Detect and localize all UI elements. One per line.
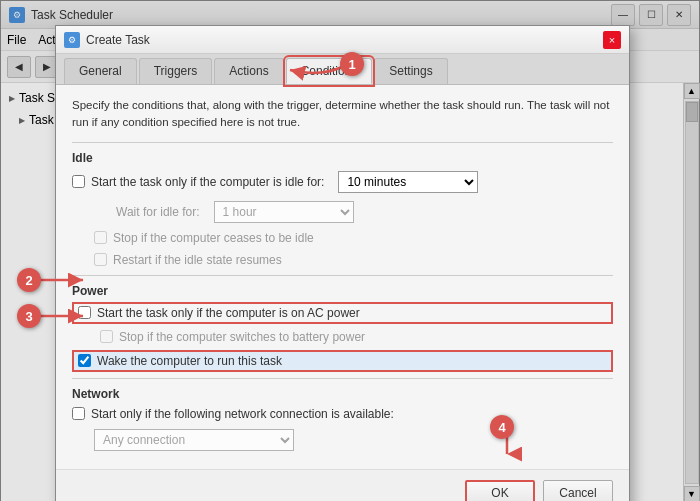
start-idle-label: Start the task only if the computer is i… [91, 175, 324, 189]
modal-title-text: Create Task [86, 33, 150, 47]
stop-ceases-checkbox[interactable] [94, 231, 107, 244]
cancel-button[interactable]: Cancel [543, 480, 613, 502]
ac-power-row: Start the task only if the computer is o… [72, 302, 613, 324]
ac-power-checkbox[interactable] [78, 306, 91, 319]
modal-close-button[interactable]: × [603, 31, 621, 49]
power-section-label: Power [72, 284, 613, 298]
divider-2 [72, 275, 613, 276]
restart-idle-checkbox[interactable] [94, 253, 107, 266]
idle-section-label: Idle [72, 151, 613, 165]
modal-titlebar: ⚙ Create Task × [56, 26, 629, 54]
tab-settings[interactable]: Settings [374, 58, 447, 84]
start-idle-row: Start the task only if the computer is i… [72, 169, 613, 195]
battery-label: Stop if the computer switches to battery… [119, 330, 365, 344]
modal-title-container: ⚙ Create Task [64, 32, 150, 48]
connection-select[interactable]: Any connection [94, 429, 294, 451]
battery-row: Stop if the computer switches to battery… [72, 328, 613, 346]
tab-actions[interactable]: Actions [214, 58, 283, 84]
battery-checkbox[interactable] [100, 330, 113, 343]
ok-button[interactable]: OK [465, 480, 535, 502]
divider-3 [72, 378, 613, 379]
idle-duration-select[interactable]: 10 minutes [338, 171, 478, 193]
network-checkbox[interactable] [72, 407, 85, 420]
annotation-2: 2 [17, 268, 41, 292]
wait-idle-label: Wait for idle for: [116, 205, 200, 219]
network-row: Start only if the following network conn… [72, 405, 613, 423]
any-connection-row: Any connection [72, 427, 613, 453]
network-section-label: Network [72, 387, 613, 401]
annotation-3: 3 [17, 304, 41, 328]
create-task-modal: ⚙ Create Task × General Triggers Actions… [55, 25, 630, 501]
wake-row: Wake the computer to run this task [72, 350, 613, 372]
wait-idle-row: Wait for idle for: 1 hour [72, 199, 613, 225]
modal-title-icon: ⚙ [64, 32, 80, 48]
stop-ceases-row: Stop if the computer ceases to be idle [72, 229, 613, 247]
tab-general[interactable]: General [64, 58, 137, 84]
annotation-1: 1 [340, 52, 364, 76]
wake-checkbox[interactable] [78, 354, 91, 367]
restart-idle-row: Restart if the idle state resumes [72, 251, 613, 269]
ac-power-label: Start the task only if the computer is o… [97, 306, 360, 320]
wake-label: Wake the computer to run this task [97, 354, 282, 368]
stop-ceases-label: Stop if the computer ceases to be idle [113, 231, 314, 245]
start-idle-checkbox[interactable] [72, 175, 85, 188]
annotation-4: 4 [490, 415, 514, 439]
description-text: Specify the conditions that, along with … [72, 97, 613, 132]
modal-footer: OK Cancel [56, 469, 629, 502]
wait-idle-select[interactable]: 1 hour [214, 201, 354, 223]
divider-1 [72, 142, 613, 143]
tab-triggers[interactable]: Triggers [139, 58, 213, 84]
modal-body: Specify the conditions that, along with … [56, 85, 629, 469]
restart-idle-label: Restart if the idle state resumes [113, 253, 282, 267]
network-label: Start only if the following network conn… [91, 407, 394, 421]
